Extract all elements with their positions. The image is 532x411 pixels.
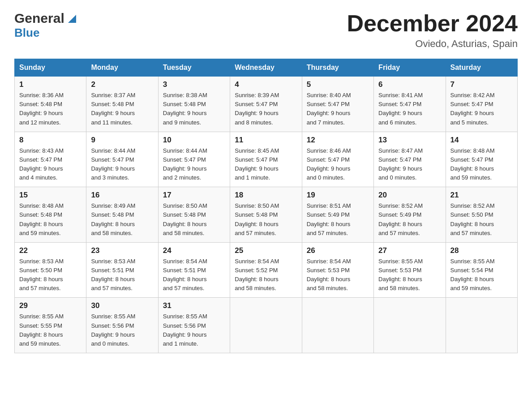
calendar-cell: 28Sunrise: 8:55 AMSunset: 5:54 PMDayligh… bbox=[446, 242, 517, 298]
day-info: Sunrise: 8:40 AMSunset: 5:47 PMDaylight:… bbox=[307, 91, 369, 127]
day-number: 13 bbox=[378, 136, 441, 145]
day-info: Sunrise: 8:41 AMSunset: 5:47 PMDaylight:… bbox=[378, 91, 441, 127]
day-number: 26 bbox=[307, 246, 369, 255]
calendar-cell: 11Sunrise: 8:45 AMSunset: 5:47 PMDayligh… bbox=[230, 132, 302, 187]
day-number: 11 bbox=[235, 136, 297, 145]
calendar-cell: 16Sunrise: 8:49 AMSunset: 5:48 PMDayligh… bbox=[86, 187, 158, 243]
calendar-cell bbox=[302, 298, 373, 353]
calendar-cell bbox=[374, 298, 446, 353]
day-info: Sunrise: 8:54 AMSunset: 5:53 PMDaylight:… bbox=[307, 257, 369, 293]
day-number: 17 bbox=[163, 191, 225, 200]
location-title: Oviedo, Asturias, Spain bbox=[347, 38, 518, 50]
calendar-cell: 29Sunrise: 8:55 AMSunset: 5:55 PMDayligh… bbox=[15, 298, 86, 353]
day-info: Sunrise: 8:50 AMSunset: 5:48 PMDaylight:… bbox=[235, 201, 297, 238]
day-info: Sunrise: 8:52 AMSunset: 5:50 PMDaylight:… bbox=[450, 201, 513, 238]
day-number: 29 bbox=[19, 301, 82, 310]
calendar-header-row: SundayMondayTuesdayWednesdayThursdayFrid… bbox=[15, 59, 518, 77]
calendar-header-day: Monday bbox=[86, 59, 158, 77]
calendar-cell: 31Sunrise: 8:55 AMSunset: 5:56 PMDayligh… bbox=[158, 298, 230, 353]
logo-triangle-icon bbox=[66, 13, 78, 25]
day-number: 6 bbox=[378, 80, 441, 89]
day-number: 18 bbox=[235, 191, 297, 200]
calendar-cell: 30Sunrise: 8:55 AMSunset: 5:56 PMDayligh… bbox=[86, 298, 158, 353]
day-info: Sunrise: 8:46 AMSunset: 5:47 PMDaylight:… bbox=[307, 146, 369, 183]
day-number: 21 bbox=[450, 191, 513, 200]
day-number: 20 bbox=[378, 191, 441, 200]
day-info: Sunrise: 8:36 AMSunset: 5:48 PMDaylight:… bbox=[19, 91, 82, 127]
day-info: Sunrise: 8:54 AMSunset: 5:52 PMDaylight:… bbox=[235, 257, 297, 293]
calendar-cell: 12Sunrise: 8:46 AMSunset: 5:47 PMDayligh… bbox=[302, 132, 373, 187]
calendar-week-row: 22Sunrise: 8:53 AMSunset: 5:50 PMDayligh… bbox=[15, 242, 518, 298]
calendar-cell: 27Sunrise: 8:55 AMSunset: 5:53 PMDayligh… bbox=[374, 242, 446, 298]
calendar-cell bbox=[230, 298, 302, 353]
day-info: Sunrise: 8:39 AMSunset: 5:47 PMDaylight:… bbox=[235, 91, 297, 127]
title-section: December 2024 Oviedo, Asturias, Spain bbox=[347, 11, 518, 50]
calendar-cell: 15Sunrise: 8:48 AMSunset: 5:48 PMDayligh… bbox=[15, 187, 86, 243]
calendar-cell: 13Sunrise: 8:47 AMSunset: 5:47 PMDayligh… bbox=[374, 132, 446, 187]
day-info: Sunrise: 8:55 AMSunset: 5:56 PMDaylight:… bbox=[91, 312, 153, 348]
day-info: Sunrise: 8:43 AMSunset: 5:47 PMDaylight:… bbox=[19, 146, 82, 183]
calendar-cell: 1Sunrise: 8:36 AMSunset: 5:48 PMDaylight… bbox=[15, 77, 86, 132]
logo-blue-text: Blue bbox=[14, 26, 39, 39]
calendar-table: SundayMondayTuesdayWednesdayThursdayFrid… bbox=[14, 59, 518, 353]
calendar-cell: 6Sunrise: 8:41 AMSunset: 5:47 PMDaylight… bbox=[374, 77, 446, 132]
day-info: Sunrise: 8:42 AMSunset: 5:47 PMDaylight:… bbox=[450, 91, 513, 127]
calendar-cell: 25Sunrise: 8:54 AMSunset: 5:52 PMDayligh… bbox=[230, 242, 302, 298]
calendar-cell: 5Sunrise: 8:40 AMSunset: 5:47 PMDaylight… bbox=[302, 77, 373, 132]
day-info: Sunrise: 8:51 AMSunset: 5:49 PMDaylight:… bbox=[307, 201, 369, 238]
day-info: Sunrise: 8:45 AMSunset: 5:47 PMDaylight:… bbox=[235, 146, 297, 183]
page-header: General Blue December 2024 Oviedo, Astur… bbox=[14, 11, 518, 50]
calendar-cell: 18Sunrise: 8:50 AMSunset: 5:48 PMDayligh… bbox=[230, 187, 302, 243]
day-info: Sunrise: 8:53 AMSunset: 5:51 PMDaylight:… bbox=[91, 257, 153, 293]
calendar-cell: 14Sunrise: 8:48 AMSunset: 5:47 PMDayligh… bbox=[446, 132, 517, 187]
calendar-cell: 2Sunrise: 8:37 AMSunset: 5:48 PMDaylight… bbox=[86, 77, 158, 132]
calendar-cell: 22Sunrise: 8:53 AMSunset: 5:50 PMDayligh… bbox=[15, 242, 86, 298]
day-number: 14 bbox=[450, 136, 513, 145]
calendar-cell: 9Sunrise: 8:44 AMSunset: 5:47 PMDaylight… bbox=[86, 132, 158, 187]
day-number: 8 bbox=[19, 136, 82, 145]
day-info: Sunrise: 8:55 AMSunset: 5:56 PMDaylight:… bbox=[163, 312, 225, 348]
day-number: 27 bbox=[378, 246, 441, 255]
calendar-cell: 19Sunrise: 8:51 AMSunset: 5:49 PMDayligh… bbox=[302, 187, 373, 243]
calendar-cell bbox=[446, 298, 517, 353]
calendar-header-day: Wednesday bbox=[230, 59, 302, 77]
day-number: 24 bbox=[163, 246, 225, 255]
day-number: 9 bbox=[91, 136, 153, 145]
day-number: 15 bbox=[19, 191, 82, 200]
day-info: Sunrise: 8:44 AMSunset: 5:47 PMDaylight:… bbox=[91, 146, 153, 183]
day-info: Sunrise: 8:47 AMSunset: 5:47 PMDaylight:… bbox=[378, 146, 441, 183]
logo: General Blue bbox=[14, 11, 78, 40]
day-number: 23 bbox=[91, 246, 153, 255]
day-info: Sunrise: 8:55 AMSunset: 5:54 PMDaylight:… bbox=[450, 257, 513, 293]
day-number: 10 bbox=[163, 136, 225, 145]
day-info: Sunrise: 8:37 AMSunset: 5:48 PMDaylight:… bbox=[91, 91, 153, 127]
calendar-header-day: Friday bbox=[374, 59, 446, 77]
day-info: Sunrise: 8:44 AMSunset: 5:47 PMDaylight:… bbox=[163, 146, 225, 183]
day-info: Sunrise: 8:55 AMSunset: 5:55 PMDaylight:… bbox=[19, 312, 82, 348]
day-info: Sunrise: 8:50 AMSunset: 5:48 PMDaylight:… bbox=[163, 201, 225, 238]
calendar-week-row: 8Sunrise: 8:43 AMSunset: 5:47 PMDaylight… bbox=[15, 132, 518, 187]
month-title: December 2024 bbox=[347, 11, 518, 36]
calendar-header-day: Tuesday bbox=[158, 59, 230, 77]
calendar-cell: 23Sunrise: 8:53 AMSunset: 5:51 PMDayligh… bbox=[86, 242, 158, 298]
calendar-cell: 20Sunrise: 8:52 AMSunset: 5:49 PMDayligh… bbox=[374, 187, 446, 243]
calendar-week-row: 15Sunrise: 8:48 AMSunset: 5:48 PMDayligh… bbox=[15, 187, 518, 243]
calendar-cell: 21Sunrise: 8:52 AMSunset: 5:50 PMDayligh… bbox=[446, 187, 517, 243]
day-number: 7 bbox=[450, 80, 513, 89]
calendar-cell: 24Sunrise: 8:54 AMSunset: 5:51 PMDayligh… bbox=[158, 242, 230, 298]
day-info: Sunrise: 8:53 AMSunset: 5:50 PMDaylight:… bbox=[19, 257, 82, 293]
day-number: 22 bbox=[19, 246, 82, 255]
day-info: Sunrise: 8:55 AMSunset: 5:53 PMDaylight:… bbox=[378, 257, 441, 293]
calendar-header-day: Thursday bbox=[302, 59, 373, 77]
day-info: Sunrise: 8:54 AMSunset: 5:51 PMDaylight:… bbox=[163, 257, 225, 293]
calendar-cell: 26Sunrise: 8:54 AMSunset: 5:53 PMDayligh… bbox=[302, 242, 373, 298]
calendar-week-row: 1Sunrise: 8:36 AMSunset: 5:48 PMDaylight… bbox=[15, 77, 518, 132]
day-info: Sunrise: 8:38 AMSunset: 5:48 PMDaylight:… bbox=[163, 91, 225, 127]
day-number: 31 bbox=[163, 301, 225, 310]
calendar-cell: 10Sunrise: 8:44 AMSunset: 5:47 PMDayligh… bbox=[158, 132, 230, 187]
calendar-week-row: 29Sunrise: 8:55 AMSunset: 5:55 PMDayligh… bbox=[15, 298, 518, 353]
day-info: Sunrise: 8:48 AMSunset: 5:47 PMDaylight:… bbox=[450, 146, 513, 183]
day-number: 2 bbox=[91, 80, 153, 89]
day-info: Sunrise: 8:48 AMSunset: 5:48 PMDaylight:… bbox=[19, 201, 82, 238]
calendar-header-day: Sunday bbox=[15, 59, 86, 77]
